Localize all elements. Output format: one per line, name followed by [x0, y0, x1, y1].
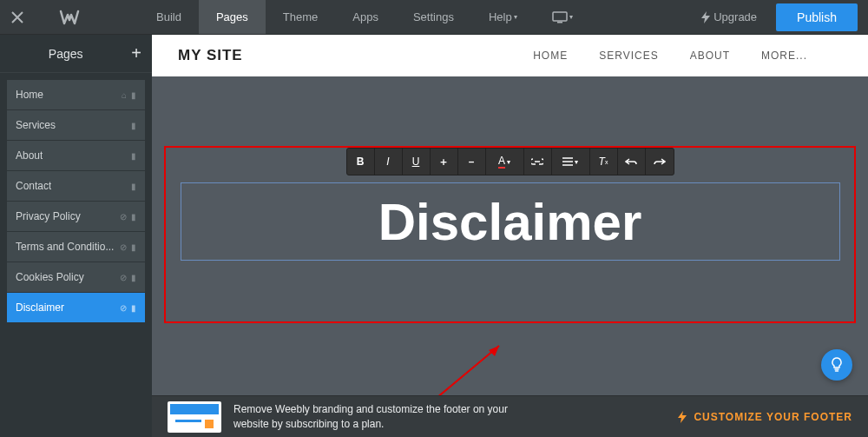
add-page-button[interactable]: +: [131, 43, 141, 63]
page-icon: ▮: [131, 242, 136, 252]
redo-icon: [654, 157, 666, 166]
site-nav-services[interactable]: SERVICES: [599, 50, 658, 62]
top-bar: Build Pages Theme Apps Settings Help ▾ ▾…: [0, 0, 868, 35]
undo-icon: [625, 157, 637, 166]
footer-text: Remove Weebly branding and customize the…: [233, 402, 508, 432]
device-preview-button[interactable]: ▾: [535, 0, 590, 34]
font-shrink-button[interactable]: －: [458, 149, 486, 175]
italic-button[interactable]: I: [375, 149, 403, 175]
undo-button[interactable]: [618, 149, 646, 175]
bold-button[interactable]: B: [347, 149, 375, 175]
page-item-terms[interactable]: Terms and Conditio... ⊘▮: [7, 232, 145, 262]
underline-button[interactable]: U: [403, 149, 431, 175]
page-item-privacy-policy[interactable]: Privacy Policy ⊘▮: [7, 202, 145, 231]
nav-help[interactable]: Help ▾: [471, 0, 535, 34]
nav-apps[interactable]: Apps: [335, 0, 396, 34]
redo-button[interactable]: [646, 149, 674, 175]
pages-sidebar: Pages + Home ⌂▮ Services ▮ About ▮ Conta…: [0, 35, 152, 437]
page-item-cookies-policy[interactable]: Cookies Policy ⊘▮: [7, 262, 145, 292]
nav-pages[interactable]: Pages: [199, 0, 266, 34]
font-grow-button[interactable]: ＋: [431, 149, 458, 175]
page-item-home[interactable]: Home ⌂▮: [7, 80, 145, 109]
desktop-icon: [552, 11, 568, 23]
svg-rect-0: [553, 12, 567, 21]
align-button[interactable]: ▾: [552, 149, 590, 175]
footer-upsell-bar: Remove Weebly branding and customize the…: [152, 395, 868, 437]
text-color-button[interactable]: A▾: [486, 149, 524, 175]
svg-rect-6: [205, 420, 214, 428]
hidden-icon: ⊘: [120, 242, 127, 252]
bolt-icon: [701, 11, 710, 23]
page-item-contact[interactable]: Contact ▮: [7, 171, 145, 201]
page-icon: ▮: [131, 273, 136, 282]
site-nav-home[interactable]: HOME: [533, 50, 568, 62]
footer-thumbnail: [168, 401, 221, 433]
chevron-down-icon: ▾: [569, 13, 573, 21]
close-button[interactable]: [0, 0, 35, 35]
page-icon: ▮: [131, 151, 136, 161]
page-item-about[interactable]: About ▮: [7, 141, 145, 170]
nav-build[interactable]: Build: [139, 0, 199, 34]
customize-footer-button[interactable]: CUSTOMIZE YOUR FOOTER: [678, 411, 852, 423]
hidden-icon: ⊘: [120, 273, 127, 282]
bolt-icon: [678, 411, 687, 423]
lightbulb-icon: [830, 356, 844, 374]
link-icon: [531, 157, 543, 166]
clear-format-button[interactable]: Tx: [590, 149, 618, 175]
site-nav-more[interactable]: MORE...: [761, 50, 807, 62]
page-icon: ▮: [131, 303, 136, 313]
weebly-logo-icon: [52, 0, 87, 35]
page-icon: ▮: [131, 121, 136, 130]
page-item-services[interactable]: Services ▮: [7, 110, 145, 140]
site-header: MY SITE HOME SERVICES ABOUT MORE...: [152, 35, 868, 76]
title-text-element[interactable]: Disclaimer: [181, 182, 840, 261]
upgrade-link[interactable]: Upgrade: [687, 10, 771, 23]
svg-rect-4: [170, 404, 219, 414]
home-icon: ⌂: [122, 90, 127, 100]
site-title[interactable]: MY SITE: [178, 47, 243, 64]
hidden-icon: ⊘: [120, 303, 127, 313]
sidebar-title: Pages: [0, 47, 131, 61]
nav-settings[interactable]: Settings: [396, 0, 471, 34]
help-bubble-button[interactable]: [821, 349, 852, 381]
link-button[interactable]: [524, 149, 552, 175]
page-icon: ▮: [131, 90, 136, 100]
nav-theme[interactable]: Theme: [266, 0, 335, 34]
svg-rect-5: [175, 420, 201, 422]
text-toolbar: B I U ＋ － A▾ ▾ Tx: [346, 148, 674, 175]
svg-rect-1: [557, 22, 562, 23]
site-nav-about[interactable]: ABOUT: [690, 50, 730, 62]
hidden-icon: ⊘: [120, 212, 127, 222]
main-nav: Build Pages Theme Apps Settings Help ▾ ▾: [139, 0, 590, 34]
align-icon: [562, 157, 573, 166]
chevron-down-icon: ▾: [512, 13, 517, 21]
page-icon: ▮: [131, 212, 136, 222]
svg-marker-3: [489, 346, 499, 356]
heading-text[interactable]: Disclaimer: [378, 192, 642, 252]
publish-button[interactable]: Publish: [776, 3, 858, 31]
canvas: MY SITE HOME SERVICES ABOUT MORE... B I …: [152, 35, 868, 437]
page-item-disclaimer[interactable]: Disclaimer ⊘▮: [7, 293, 145, 322]
page-icon: ▮: [131, 182, 136, 191]
